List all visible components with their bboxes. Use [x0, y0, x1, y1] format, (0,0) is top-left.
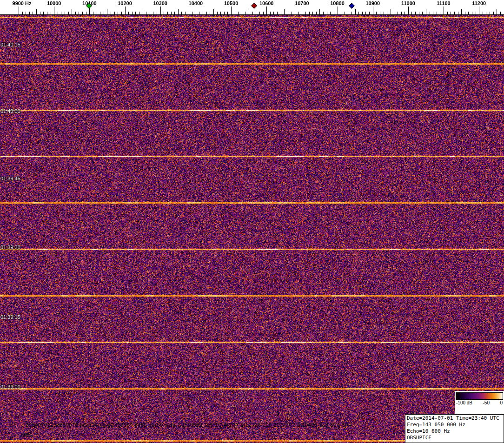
info-station-line: OBSUPICE [407, 435, 502, 441]
info-date-line: Date=2014-07-01 Time=23:40 UTC [407, 415, 502, 422]
time-axis-label: 01:40:15 [0, 42, 20, 47]
time-axis-label: 01:39:15 [0, 314, 20, 320]
spectrogram-window: 20140701233850976 hCnt16 nb-82 f10569 hi… [0, 0, 504, 443]
info-freq-line: Freq=143 050 000 Hz [407, 422, 502, 428]
time-axis-label: 01:39:00 [0, 384, 20, 390]
colorbar-max-label: 0 [500, 400, 503, 405]
colorbar-mid-label: -50 [483, 400, 490, 405]
detection-text: 20140701233850976 hCnt16 nb-82 f10569 hi… [26, 422, 352, 428]
time-axis-label: 01:39:45 [0, 176, 20, 181]
colorbar-scale: -100 dB -50 0 [456, 400, 503, 405]
info-echo-line: Echo=10 600 Hz [407, 428, 502, 435]
colorbar-gradient [456, 392, 503, 400]
frequency-ruler[interactable] [0, 0, 504, 15]
colorbar-min-label: -100 dB [456, 400, 472, 405]
spectrogram-canvas[interactable] [0, 15, 504, 443]
delta-f-label: Δft50 [20, 432, 33, 438]
colorbar: -100 dB -50 0 [455, 391, 504, 414]
time-axis-label: 01:39:30 [0, 245, 20, 250]
info-box: Date=2014-07-01 Time=23:40 UTC Freq=143 … [405, 414, 504, 443]
time-axis-label: 01:40:00 [0, 108, 20, 114]
